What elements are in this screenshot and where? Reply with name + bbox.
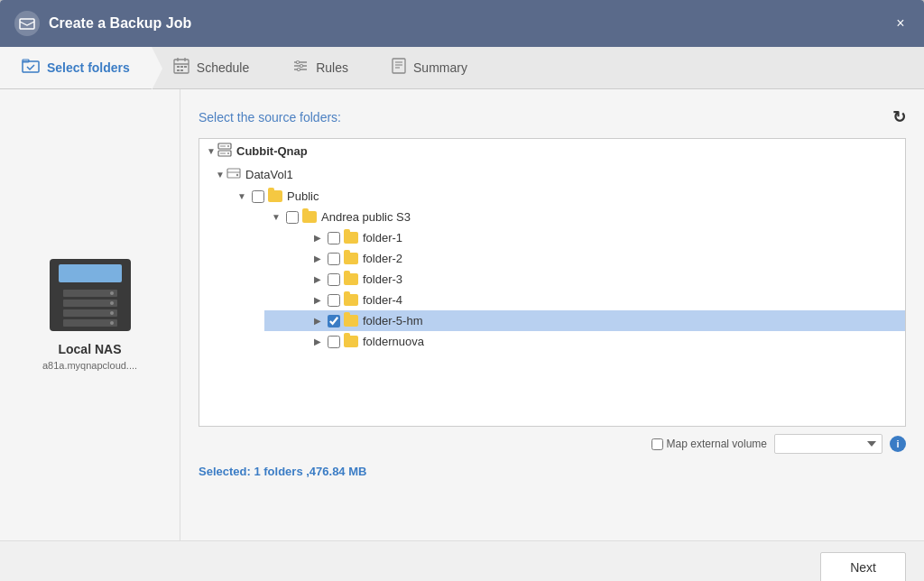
svg-point-33 <box>236 174 238 176</box>
expander-folder5hm[interactable]: ▶ <box>311 316 324 326</box>
svg-point-18 <box>297 61 300 64</box>
selected-value: 1 folders ,476.84 MB <box>254 465 366 478</box>
nas-bay-3 <box>63 309 117 317</box>
folder-tree[interactable]: ▼ Cubbit-Qnap <box>199 138 906 427</box>
tree-item-datavol[interactable]: ▼ DataVol1 <box>208 163 905 186</box>
tree-item-cubbit[interactable]: ▼ Cubbit-Qnap <box>199 139 905 163</box>
map-external-checkbox[interactable] <box>651 438 663 450</box>
checkbox-folder5hm[interactable] <box>328 315 340 327</box>
folder-icon-andrea <box>302 211 317 223</box>
wizard-tabs: Select folders Schedule <box>0 47 924 89</box>
checkbox-andrea[interactable] <box>286 211 299 224</box>
rules-icon <box>292 59 309 77</box>
svg-point-27 <box>227 145 229 147</box>
folder-icon-nuova <box>344 336 358 347</box>
map-external-text: Map external volume <box>667 438 767 450</box>
info-icon[interactable]: i <box>890 436 906 452</box>
tree-item-folder1[interactable]: ▶ folder-1 <box>264 227 905 248</box>
checkbox-folder3[interactable] <box>328 273 340 286</box>
checkbox-folder4[interactable] <box>328 294 340 307</box>
tree-item-public[interactable]: ▼ Public <box>230 186 905 207</box>
tree-item-foldernuova[interactable]: ▶ foldernuova <box>264 331 905 352</box>
expander-public[interactable]: ▼ <box>236 191 248 201</box>
tab-select-folders-label: Select folders <box>47 60 130 75</box>
tab-select-folders[interactable]: Select folders <box>0 47 152 88</box>
schedule-icon <box>173 58 189 78</box>
folder-icon-2 <box>344 253 358 264</box>
next-button[interactable]: Next <box>820 552 906 581</box>
expander-folder1[interactable]: ▶ <box>311 233 324 243</box>
nas-subtitle: a81a.myqnapcloud.... <box>42 360 137 371</box>
nas-icon <box>50 259 131 331</box>
expander-folder3[interactable]: ▶ <box>311 274 324 284</box>
sidebar: Local NAS a81a.myqnapcloud.... <box>0 89 180 540</box>
expander-foldernuova[interactable]: ▶ <box>311 337 324 346</box>
folder-icon-1 <box>344 232 358 244</box>
svg-point-28 <box>227 152 229 154</box>
checkbox-public[interactable] <box>252 190 264 203</box>
section-header: Select the source folders: ↻ <box>199 107 906 127</box>
tree-label-folder5hm: folder-5-hm <box>363 314 422 327</box>
svg-rect-9 <box>184 66 187 68</box>
tree-label-folder3: folder-3 <box>363 272 402 286</box>
map-external-label: Map external volume <box>651 438 767 450</box>
svg-rect-1 <box>23 61 39 72</box>
svg-rect-10 <box>177 69 180 71</box>
selected-info: Selected: 1 folders ,476.84 MB <box>199 465 906 478</box>
tab-summary[interactable]: Summary <box>370 47 489 88</box>
tree-node-cubbit: ▼ Cubbit-Qnap <box>199 139 905 352</box>
tree-label-andrea: Andrea public S3 <box>321 210 411 224</box>
svg-rect-21 <box>393 59 405 73</box>
nas-bays <box>63 290 117 327</box>
dialog-footer: Next <box>0 540 924 581</box>
tree-node-andrea: ▼ Andrea public S3 ▶ <box>230 207 905 352</box>
expander-datavol[interactable]: ▼ <box>214 170 226 180</box>
title-bar: Create a Backup Job × <box>0 0 924 47</box>
svg-rect-31 <box>227 169 240 178</box>
close-button[interactable]: × <box>892 14 910 32</box>
tree-item-folder5hm[interactable]: ▶ folder-5-hm <box>264 310 905 331</box>
svg-rect-7 <box>177 66 180 68</box>
selected-prefix: Selected: <box>199 465 254 478</box>
nas-bay-1 <box>63 290 117 297</box>
summary-icon <box>392 58 406 78</box>
folder-icon-5hm <box>344 315 358 327</box>
tab-summary-label: Summary <box>413 60 467 75</box>
tree-label-datavol: DataVol1 <box>245 168 293 181</box>
checkbox-foldernuova[interactable] <box>328 336 340 348</box>
nas-bay-4 <box>63 319 117 327</box>
tree-item-folder2[interactable]: ▶ folder-2 <box>264 248 905 269</box>
tree-node-public: ▼ Public ▼ An <box>208 186 905 352</box>
tab-rules[interactable]: Rules <box>271 47 370 88</box>
main-content: Select the source folders: ↻ ▼ <box>180 89 924 540</box>
tree-item-folder4[interactable]: ▶ folder-4 <box>264 290 905 310</box>
tree-item-andrea[interactable]: ▼ Andrea public S3 <box>264 207 905 227</box>
create-backup-dialog: Create a Backup Job × Select folders <box>0 0 924 581</box>
svg-point-19 <box>300 65 303 68</box>
disk-icon <box>226 167 241 182</box>
tree-label-foldernuova: foldernuova <box>363 335 424 348</box>
folder-icon-3 <box>344 273 358 285</box>
nas-label: Local NAS <box>58 342 121 356</box>
dialog-body: Local NAS a81a.myqnapcloud.... Select th… <box>0 89 924 540</box>
checkbox-folder1[interactable] <box>328 232 340 244</box>
volume-select[interactable] <box>774 434 882 454</box>
tab-schedule[interactable]: Schedule <box>152 47 271 88</box>
svg-rect-11 <box>180 69 183 71</box>
expander-andrea[interactable]: ▼ <box>270 212 282 222</box>
dialog-title: Create a Backup Job <box>49 15 191 32</box>
tab-rules-label: Rules <box>316 60 348 75</box>
expander-folder2[interactable]: ▶ <box>311 254 324 263</box>
svg-point-20 <box>298 69 300 71</box>
tree-label-public: Public <box>287 189 319 203</box>
refresh-button[interactable]: ↻ <box>892 107 906 127</box>
expander-folder4[interactable]: ▶ <box>311 295 324 305</box>
svg-rect-0 <box>20 19 34 29</box>
section-title: Select the source folders: <box>199 110 341 124</box>
expander-cubbit[interactable]: ▼ <box>205 146 217 156</box>
folder-icon-public <box>268 190 282 202</box>
tree-label-cubbit: Cubbit-Qnap <box>236 144 308 158</box>
checkbox-folder2[interactable] <box>328 253 340 265</box>
tree-item-folder3[interactable]: ▶ folder-3 <box>264 269 905 290</box>
nas-screen <box>59 264 122 282</box>
